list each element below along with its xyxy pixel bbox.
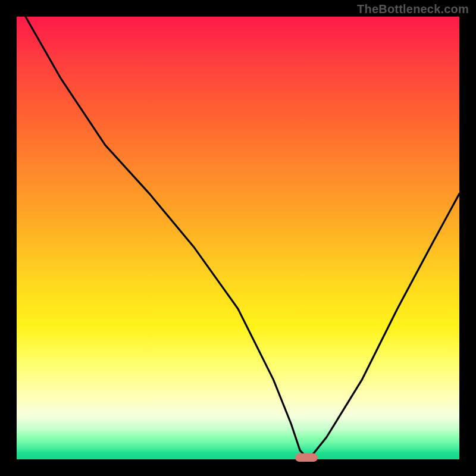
curve-path [26,17,459,459]
watermark-text: TheBottleneck.com [357,2,469,16]
bottleneck-curve [17,17,459,459]
minimum-marker [295,453,318,462]
plot-area [17,17,459,459]
chart-frame: TheBottleneck.com [0,0,476,476]
